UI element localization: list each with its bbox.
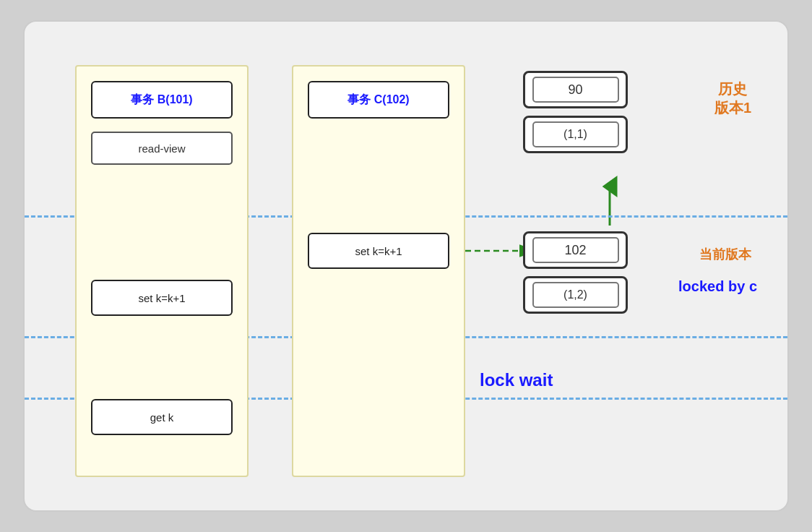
read-view-box: read-view: [91, 132, 233, 165]
transaction-b-header: 事务 B(101): [91, 81, 233, 119]
history-value-text: 90: [568, 82, 582, 98]
col-b-set-label: set k=k+1: [138, 292, 185, 304]
current-label: 当前版本: [699, 246, 751, 263]
current-rowid-inner: (1,2): [532, 282, 619, 308]
main-diagram: 事务 B(101) read-view set k=k+1 get k 事务 C…: [23, 20, 789, 512]
current-value-text: 102: [564, 243, 586, 258]
history-rowid-inner: (1,1): [532, 121, 619, 147]
col-b-get-op: get k: [91, 399, 233, 435]
locked-by-label: locked by c: [678, 278, 757, 295]
history-value-outer: 90: [523, 71, 628, 108]
history-rowid-text: (1,1): [563, 128, 587, 141]
lock-wait-label: lock wait: [480, 370, 553, 390]
history-label: 历史 版本1: [714, 80, 751, 117]
read-view-label: read-view: [138, 142, 185, 155]
current-value-outer: 102: [523, 231, 628, 269]
col-c-set-label: set k=k+1: [355, 245, 402, 257]
column-c: 事务 C(102) set k=k+1: [292, 65, 465, 477]
current-rowid-outer: (1,2): [523, 276, 628, 314]
col-b-set-op: set k=k+1: [91, 280, 233, 316]
transaction-c-label: 事务 C(102): [347, 93, 409, 108]
col-b-get-label: get k: [150, 411, 174, 424]
history-value-inner: 90: [532, 77, 619, 103]
column-b: 事务 B(101) read-view set k=k+1 get k: [75, 65, 249, 477]
transaction-b-label: 事务 B(101): [131, 93, 192, 108]
col-c-set-op: set k=k+1: [308, 233, 449, 269]
history-rowid-outer: (1,1): [523, 116, 628, 153]
current-rowid-text: (1,2): [563, 288, 587, 301]
current-value-inner: 102: [532, 237, 619, 263]
transaction-c-header: 事务 C(102): [308, 81, 449, 119]
